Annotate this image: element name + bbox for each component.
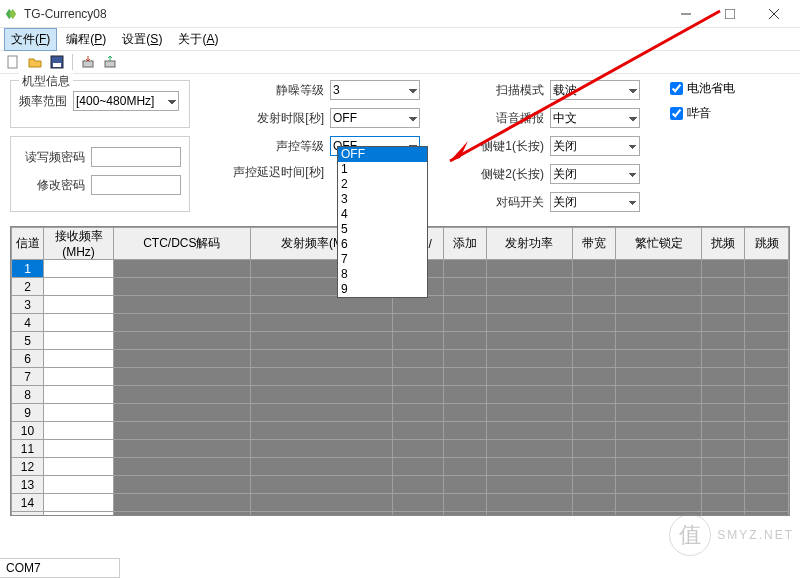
cell[interactable] [250,368,392,386]
cell[interactable] [250,296,392,314]
cell[interactable] [443,332,487,350]
vox-option[interactable]: 2 [338,177,427,192]
cell[interactable] [745,404,789,422]
cell[interactable] [44,458,114,476]
maximize-button[interactable] [708,0,752,28]
cell[interactable] [250,350,392,368]
beep-checkbox[interactable]: 哔音 [670,105,790,122]
cell[interactable] [616,458,701,476]
cell[interactable] [487,494,572,512]
cell[interactable] [44,368,114,386]
sk2-select[interactable]: 关闭 [550,164,640,184]
cell[interactable] [701,350,745,368]
cell[interactable] [250,314,392,332]
column-header[interactable]: 信道 [12,228,44,260]
cell[interactable] [616,260,701,278]
cell[interactable] [701,260,745,278]
cell[interactable] [44,386,114,404]
row-header[interactable]: 11 [12,440,44,458]
cell[interactable] [114,350,251,368]
row-header[interactable]: 8 [12,386,44,404]
save-icon[interactable] [48,53,66,71]
cell[interactable] [44,440,114,458]
column-header[interactable]: 繁忙锁定 [616,228,701,260]
cell[interactable] [250,404,392,422]
cell[interactable] [250,422,392,440]
row-header[interactable]: 13 [12,476,44,494]
cell[interactable] [114,512,251,517]
cell[interactable] [443,314,487,332]
cell[interactable] [114,368,251,386]
cell[interactable] [616,296,701,314]
cell[interactable] [701,476,745,494]
cell[interactable] [487,368,572,386]
cell[interactable] [572,278,616,296]
cell[interactable] [250,386,392,404]
cell[interactable] [443,350,487,368]
cell[interactable] [393,494,444,512]
row-header[interactable]: 1 [12,260,44,278]
cell[interactable] [701,386,745,404]
row-header[interactable]: 7 [12,368,44,386]
row-header[interactable]: 5 [12,332,44,350]
row-header[interactable]: 3 [12,296,44,314]
cell[interactable] [114,314,251,332]
cell[interactable] [114,458,251,476]
cell[interactable] [487,314,572,332]
cell[interactable] [487,278,572,296]
column-header[interactable]: 带宽 [572,228,616,260]
cell[interactable] [572,404,616,422]
cell[interactable] [443,386,487,404]
cell[interactable] [745,458,789,476]
cell[interactable] [616,332,701,350]
row-header[interactable]: 12 [12,458,44,476]
column-header[interactable]: 接收频率(MHz) [44,228,114,260]
vox-option[interactable]: 6 [338,237,427,252]
cell[interactable] [745,314,789,332]
cell[interactable] [616,314,701,332]
cell[interactable] [114,332,251,350]
cell[interactable] [250,512,392,517]
cell[interactable] [393,332,444,350]
cell[interactable] [393,476,444,494]
column-header[interactable]: CTC/DCS解码 [114,228,251,260]
cell[interactable] [487,458,572,476]
cell[interactable] [745,278,789,296]
vox-dropdown-list[interactable]: OFF123456789 [337,146,428,298]
cell[interactable] [44,494,114,512]
cell[interactable] [443,296,487,314]
cell[interactable] [250,494,392,512]
cell[interactable] [393,512,444,517]
cell[interactable] [487,332,572,350]
row-header[interactable]: 14 [12,494,44,512]
cell[interactable] [393,458,444,476]
row-header[interactable]: 4 [12,314,44,332]
cell[interactable] [443,440,487,458]
mod-password-input[interactable] [91,175,181,195]
cell[interactable] [250,476,392,494]
row-header[interactable]: 9 [12,404,44,422]
open-icon[interactable] [26,53,44,71]
cell[interactable] [443,422,487,440]
cell[interactable] [572,314,616,332]
cell[interactable] [701,278,745,296]
cell[interactable] [44,314,114,332]
cell[interactable] [487,440,572,458]
cell[interactable] [572,440,616,458]
cell[interactable] [443,512,487,517]
row-header[interactable]: 10 [12,422,44,440]
cell[interactable] [114,404,251,422]
cell[interactable] [701,404,745,422]
row-header[interactable]: 2 [12,278,44,296]
cell[interactable] [745,386,789,404]
vox-option[interactable]: 9 [338,282,427,297]
cell[interactable] [701,440,745,458]
cell[interactable] [745,422,789,440]
cell[interactable] [393,386,444,404]
cell[interactable] [616,350,701,368]
cell[interactable] [745,476,789,494]
cell[interactable] [701,296,745,314]
cell[interactable] [44,422,114,440]
vox-option[interactable]: 5 [338,222,427,237]
cell[interactable] [443,476,487,494]
